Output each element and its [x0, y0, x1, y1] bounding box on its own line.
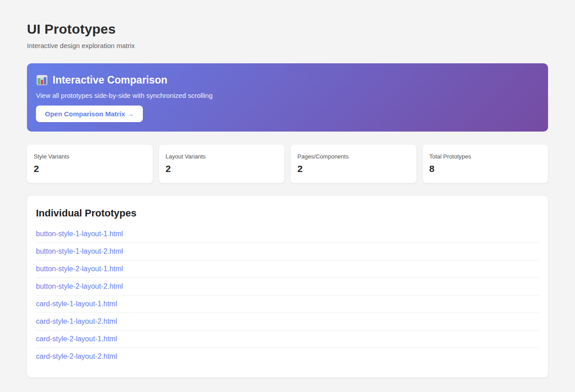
banner-title: Interactive Comparison — [36, 74, 539, 86]
stat-label: Total Prototypes — [429, 153, 542, 160]
open-comparison-matrix-button[interactable]: Open Comparison Matrix → — [36, 106, 143, 122]
stat-value: 8 — [429, 163, 542, 174]
prototype-link-card-style-1-layout-2[interactable]: card-style-1-layout-2.html — [36, 317, 117, 325]
prototype-link-card-style-1-layout-1[interactable]: card-style-1-layout-1.html — [36, 300, 117, 308]
prototype-link-card-style-2-layout-1[interactable]: card-style-2-layout-1.html — [36, 335, 117, 343]
stat-value: 2 — [34, 163, 146, 174]
list-item: button-style-2-layout-1.html — [36, 260, 539, 278]
prototype-link-button-style-1-layout-1[interactable]: button-style-1-layout-1.html — [36, 230, 123, 238]
stat-label: Layout Variants — [166, 153, 278, 160]
stat-card-total-prototypes: Total Prototypes 8 — [423, 145, 548, 183]
stat-label: Pages/Components — [297, 153, 410, 160]
list-item: button-style-1-layout-1.html — [36, 225, 539, 243]
comparison-banner: Interactive Comparison View all prototyp… — [27, 63, 548, 132]
banner-title-text: Interactive Comparison — [53, 74, 168, 86]
page-container: UI Prototypes Interactive design explora… — [0, 0, 575, 392]
list-item: button-style-2-layout-2.html — [36, 278, 539, 295]
stat-card-style-variants: Style Variants 2 — [27, 145, 153, 183]
list-item: card-style-1-layout-1.html — [36, 295, 539, 313]
list-item: card-style-2-layout-1.html — [36, 330, 539, 348]
stat-card-layout-variants: Layout Variants 2 — [159, 145, 285, 183]
prototype-link-button-style-2-layout-2[interactable]: button-style-2-layout-2.html — [36, 282, 123, 290]
individual-prototypes-card: Individual Prototypes button-style-1-lay… — [27, 196, 548, 378]
stat-card-pages-components: Pages/Components 2 — [291, 145, 416, 183]
list-item: card-style-1-layout-2.html — [36, 313, 539, 330]
page-title: UI Prototypes — [27, 22, 548, 37]
prototype-link-button-style-1-layout-2[interactable]: button-style-1-layout-2.html — [36, 247, 123, 255]
prototype-link-card-style-2-layout-2[interactable]: card-style-2-layout-2.html — [36, 352, 117, 360]
list-item: card-style-2-layout-2.html — [36, 348, 539, 365]
bar-chart-icon — [36, 74, 48, 86]
stats-row: Style Variants 2 Layout Variants 2 Pages… — [27, 145, 548, 183]
stat-value: 2 — [297, 163, 410, 174]
banner-description: View all prototypes side-by-side with sy… — [36, 92, 539, 99]
stat-label: Style Variants — [34, 153, 146, 160]
list-item: button-style-1-layout-2.html — [36, 243, 539, 260]
prototypes-heading: Individual Prototypes — [36, 207, 539, 219]
page-subtitle: Interactive design exploration matrix — [27, 42, 548, 49]
stat-value: 2 — [166, 163, 278, 174]
prototype-list: button-style-1-layout-1.html button-styl… — [36, 225, 539, 365]
prototype-link-button-style-2-layout-1[interactable]: button-style-2-layout-1.html — [36, 265, 123, 273]
